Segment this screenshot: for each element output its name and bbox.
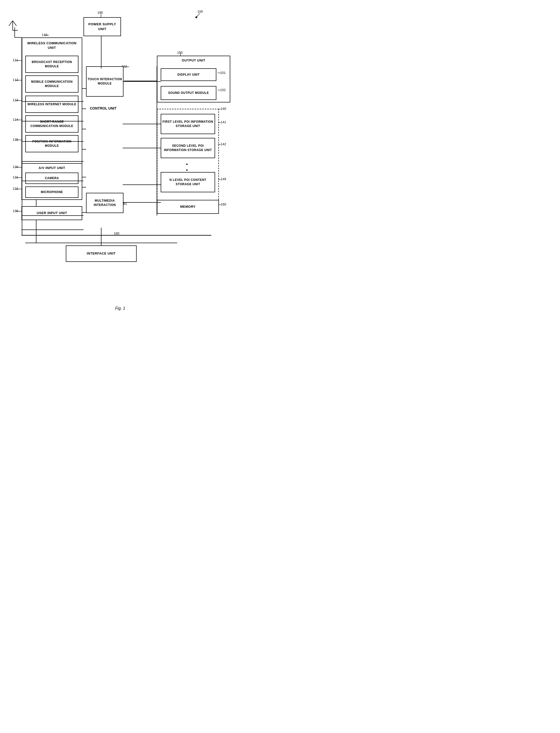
ref-152-line xyxy=(218,90,221,90)
right-h-stubs xyxy=(156,68,161,215)
ref-149: 149 xyxy=(221,177,226,181)
ref-182-line xyxy=(125,67,130,67)
ref-160: 160 xyxy=(221,202,226,206)
antenna-icon xyxy=(8,18,18,31)
svg-line-26 xyxy=(13,21,16,26)
ref-152: 152 xyxy=(220,88,226,92)
memory-box: MEMORY xyxy=(157,200,219,214)
h-connectors-right xyxy=(123,68,158,210)
ref-100-arrow xyxy=(192,12,202,20)
svg-line-25 xyxy=(9,21,13,26)
ref-122-line xyxy=(16,189,22,189)
ref-141: 141 xyxy=(221,120,226,124)
bus-to-interface-line xyxy=(101,235,102,245)
power-supply-box: POWER SUPPLY UNIT xyxy=(84,17,121,36)
ref-115-line xyxy=(16,140,22,140)
ref-141-line xyxy=(218,122,221,123)
output-unit-label: OUTPUT UNIT xyxy=(159,58,228,63)
ref-151: 151 xyxy=(220,71,226,75)
sound-output-box: SOUND OUTPUT MODULE xyxy=(161,86,216,100)
interface-unit-box: INTERFACE UNIT xyxy=(66,245,137,262)
n-level-poi-box: N LEVEL POI CONTENT STORAGE UNIT xyxy=(161,172,215,192)
second-level-poi-box: SECOND LEVEL POI INFORMATION STORAGE UNI… xyxy=(161,138,215,158)
control-unit-area xyxy=(86,68,124,235)
power-to-control-line xyxy=(101,36,102,69)
ref-190: 190 xyxy=(97,11,103,14)
ref-114-line xyxy=(16,120,22,120)
display-unit-box: DISPLAY UNIT xyxy=(161,68,216,81)
ref-120-line xyxy=(16,167,22,167)
ref-130-line xyxy=(16,211,22,212)
diagram: 100 190 POWER SUPPLY UNIT 110 WIRELESS C… xyxy=(0,0,240,304)
ref-142: 142 xyxy=(221,142,226,146)
ref-140: 140 xyxy=(221,107,226,111)
ref-142-line xyxy=(218,144,221,145)
ref-110-line xyxy=(44,35,49,35)
ref-113-line xyxy=(16,100,22,101)
figure-caption: Fig. 1 xyxy=(0,306,240,311)
first-level-poi-box: FIRST LEVEL POI INFORMATION STORAGE UNIT xyxy=(161,114,215,134)
ref-151-line xyxy=(218,73,221,73)
h-connectors-left xyxy=(22,37,87,235)
ref-150: 150 xyxy=(177,51,183,54)
ref-149-line xyxy=(218,179,221,180)
ref-112-line xyxy=(16,80,22,80)
ref-121-line xyxy=(16,177,22,178)
svg-marker-29 xyxy=(195,16,197,18)
ref-111-line xyxy=(16,60,22,61)
